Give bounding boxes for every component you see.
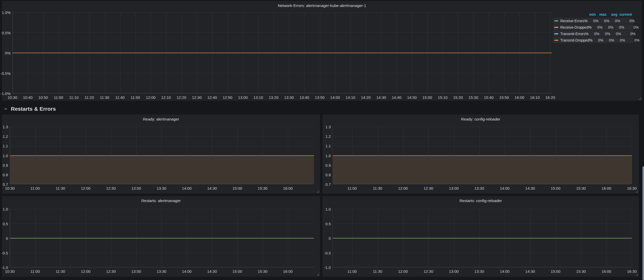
- x-tick-label: 13:00: [131, 269, 141, 273]
- x-tick-label: 16:00: [515, 95, 524, 99]
- x-tick-label: 15:30: [576, 186, 586, 190]
- legend-col-max[interactable]: max: [596, 12, 607, 17]
- chart-plot-area[interactable]: [10, 209, 314, 267]
- series-line: [333, 155, 632, 156]
- x-tick-label: 12:00: [398, 186, 408, 190]
- x-tick-label: 16:30: [627, 269, 637, 273]
- x-tick-label: 15:30: [469, 95, 478, 99]
- x-tick-label: 13:30: [157, 269, 166, 273]
- x-tick-label: 14:50: [407, 95, 417, 99]
- x-tick-label: 11:00: [54, 95, 63, 99]
- panel-resize-handle[interactable]: [635, 273, 638, 276]
- y-tick-label: 1.3: [325, 125, 331, 129]
- panel-resize-handle[interactable]: [317, 190, 319, 193]
- panel-title[interactable]: Network-Errors: alertmanager-kube-alertm…: [2, 3, 642, 8]
- y-tick-label: 1.3: [3, 125, 8, 129]
- x-tick-label: 13:30: [157, 186, 166, 190]
- x-tick-label: 11:00: [30, 186, 40, 190]
- chart-plot-area[interactable]: [333, 127, 632, 184]
- panel-restarts-config-reloader: Restarts: config-reloader 1.00.50-0.5-1.…: [323, 196, 639, 277]
- x-tick-label: 13:30: [284, 95, 294, 99]
- x-tick-label: 15:00: [551, 186, 561, 190]
- panel-resize-handle[interactable]: [317, 273, 319, 276]
- x-tick-label: 13:00: [449, 186, 459, 190]
- panel-title[interactable]: Restarts: config-reloader: [323, 198, 639, 203]
- legend-value: 0%: [621, 32, 635, 36]
- series-line: [333, 238, 632, 238]
- x-tick-label: 14:00: [500, 186, 510, 190]
- panel-resize-handle[interactable]: [635, 190, 638, 193]
- legend-value: 0%: [603, 38, 614, 42]
- legend-series-label[interactable]: Receive-Errors%: [554, 19, 588, 23]
- series-fill-area: [333, 155, 632, 184]
- legend-series-label[interactable]: Transmit-Errors%: [554, 32, 588, 36]
- section-header-restarts-errors[interactable]: Restarts & Errors: [2, 104, 56, 114]
- legend-series-label[interactable]: Transmit-Dropped%: [554, 38, 593, 42]
- y-tick-label: 0: [329, 236, 331, 240]
- x-tick-label: 15:30: [576, 269, 586, 273]
- legend-col-avg[interactable]: avg: [607, 12, 617, 17]
- y-tick-label: 0%: [5, 51, 11, 55]
- panel-ready-alertmanager: Ready: alertmanager 1.31.21.11.00.90.80.…: [2, 115, 320, 194]
- panel-resize-handle[interactable]: [639, 97, 641, 100]
- legend-col-current[interactable]: current: [617, 12, 632, 17]
- legend-header-row: min max avg current: [553, 11, 633, 17]
- legend-value: 0%: [620, 19, 635, 23]
- x-tick-label: 12:50: [223, 95, 233, 99]
- x-tick-label: 13:30: [474, 269, 484, 273]
- panel-title[interactable]: Restarts: alertmanager: [2, 198, 320, 203]
- x-tick-label: 14:00: [330, 95, 340, 99]
- y-tick-label: 0: [6, 236, 8, 240]
- panel-title[interactable]: Ready: config-reloader: [323, 117, 639, 122]
- gridline: [10, 184, 314, 184]
- x-tick-label: 12:30: [106, 269, 116, 273]
- x-tick-label: 16:10: [530, 95, 540, 99]
- legend-series-swatch-icon: [554, 20, 558, 21]
- x-tick-label: 11:00: [347, 269, 357, 273]
- x-tick-label: 13:50: [315, 95, 325, 99]
- legend-value: 0%: [588, 19, 599, 23]
- x-tick-label: 14:10: [346, 95, 355, 99]
- x-tick-label: 15:00: [551, 269, 561, 273]
- chart-plot-area[interactable]: [12, 12, 552, 93]
- y-tick-label: -0.5%: [1, 71, 11, 75]
- x-tick-label: 14:00: [182, 186, 192, 190]
- x-tick-label: 15:20: [453, 95, 463, 99]
- legend-value: 0%: [609, 19, 620, 23]
- legend-value: 0%: [593, 38, 603, 42]
- x-tick-label: 15:00: [423, 95, 432, 99]
- x-tick-label: 12:00: [81, 269, 91, 273]
- y-tick-label: -0.5: [1, 251, 8, 255]
- y-tick-label: 1.2: [325, 134, 331, 138]
- y-tick-label: 0.5: [325, 222, 331, 226]
- x-tick-label: 13:00: [131, 186, 141, 190]
- y-tick-label: 1.0: [325, 207, 331, 211]
- x-tick-label: 12:40: [207, 95, 217, 99]
- legend-col-min[interactable]: min: [585, 12, 596, 17]
- x-tick-label: 14:30: [525, 186, 535, 190]
- gridline: [10, 146, 314, 146]
- x-tick-label: 15:50: [499, 95, 509, 99]
- gridline: [13, 33, 552, 33]
- panel-restarts-alertmanager: Restarts: alertmanager 1.00.50-0.5-1.010…: [2, 196, 320, 277]
- gridline: [10, 209, 314, 209]
- panel-title[interactable]: Ready: alertmanager: [2, 117, 320, 122]
- legend-row: Receive-Errors%0%0%0%0%: [553, 18, 633, 24]
- x-tick-label: 13:00: [238, 95, 248, 99]
- x-tick-label: 14:30: [525, 269, 535, 273]
- legend-series-label[interactable]: Receive-Dropped%: [554, 25, 592, 29]
- x-tick-label: 12:30: [424, 269, 433, 273]
- y-tick-label: -1.0: [324, 266, 331, 269]
- y-tick-label: 1.0: [3, 207, 8, 211]
- legend-row: Transmit-Dropped%0%0%0%0%: [553, 37, 633, 43]
- gridline: [10, 223, 314, 224]
- chart-plot-area[interactable]: [333, 209, 632, 267]
- legend-value: 0%: [599, 19, 609, 23]
- legend-value: 0%: [624, 25, 639, 29]
- x-tick-label: 16:00: [283, 186, 293, 190]
- legend-value: 0%: [602, 25, 613, 29]
- y-tick-label: 1.0: [325, 154, 331, 157]
- chart-plot-area[interactable]: [10, 127, 314, 184]
- legend: min max avg current Receive-Errors%0%0%0…: [553, 11, 633, 44]
- scrollbar-thumb[interactable]: [642, 166, 644, 280]
